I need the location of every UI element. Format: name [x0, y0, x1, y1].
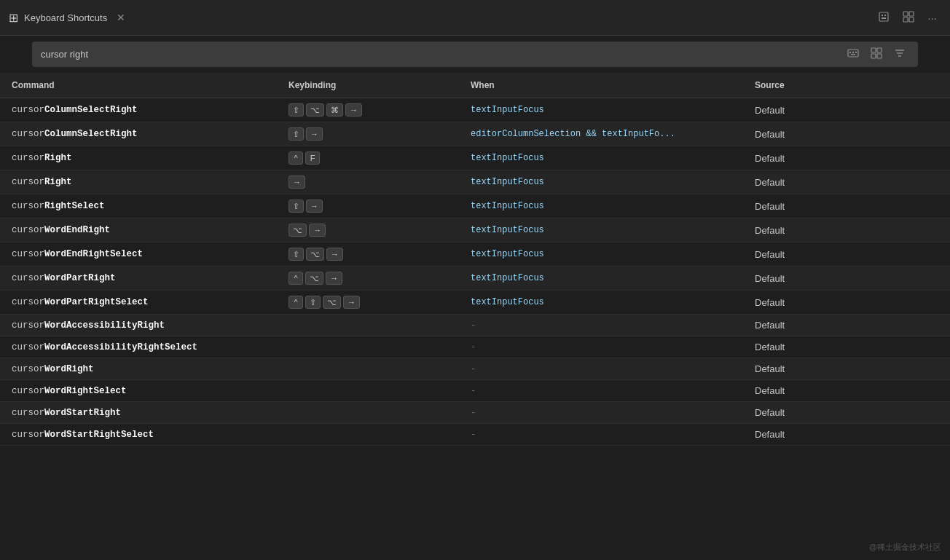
cell-command: cursorWordAccessibilityRight — [0, 315, 277, 336]
cell-source: Default — [743, 242, 950, 267]
cell-source: Default — [743, 267, 950, 291]
key-combination: ^⇧⌥→ — [288, 296, 447, 309]
titlebar-actions: ··· — [874, 8, 941, 28]
cell-source: Default — [743, 146, 950, 170]
cell-command: cursorWordStartRightSelect — [0, 424, 277, 446]
more-actions-button[interactable]: ··· — [923, 9, 941, 27]
titlebar-left: ⊞ Keyboard Shortcuts ✕ — [9, 10, 129, 25]
cell-source: Default — [743, 315, 950, 336]
cell-command: cursorWordPartRight — [0, 267, 277, 291]
cell-keybinding: ^F — [277, 146, 459, 170]
table-row[interactable]: cursorColumnSelectRight⇧→editorColumnSel… — [0, 122, 950, 146]
key-combination: ⇧⌥→ — [288, 248, 447, 261]
cell-source: Default — [743, 122, 950, 146]
cell-when: - — [459, 402, 743, 424]
key-badge: ^ — [288, 296, 303, 309]
cell-source: Default — [743, 291, 950, 315]
table-row[interactable]: cursorWordRightSelect-Default — [0, 380, 950, 402]
search-actions — [844, 46, 909, 63]
svg-rect-0 — [879, 12, 888, 21]
table-header: Command Keybinding When Source — [0, 73, 950, 98]
cell-source: Default — [743, 380, 950, 402]
svg-rect-2 — [909, 12, 914, 16]
watermark: @稀土掘金技术社区 — [869, 542, 941, 553]
table-row[interactable]: cursorWordStartRightSelect-Default — [0, 424, 950, 446]
cell-source: Default — [743, 194, 950, 218]
cell-source: Default — [743, 336, 950, 358]
svg-rect-3 — [903, 17, 908, 22]
cell-keybinding: ^⇧⌥→ — [277, 291, 459, 315]
key-combination: → — [288, 176, 447, 189]
cell-keybinding: → — [277, 170, 459, 194]
table-row[interactable]: cursorWordStartRight-Default — [0, 402, 950, 424]
search-input[interactable] — [41, 49, 838, 60]
cell-when: - — [459, 336, 743, 358]
cell-when: - — [459, 358, 743, 380]
svg-rect-4 — [909, 17, 914, 22]
key-badge: ⇧ — [288, 127, 304, 141]
key-combination: ⌥→ — [288, 224, 447, 237]
cell-when: textInputFocus — [459, 267, 743, 291]
cell-command: cursorWordPartRightSelect — [0, 291, 277, 315]
svg-rect-12 — [871, 54, 876, 58]
key-badge: → — [306, 127, 323, 141]
cell-when: textInputFocus — [459, 146, 743, 170]
cell-command: cursorWordRight — [0, 358, 277, 380]
filter-icon[interactable] — [890, 46, 909, 63]
key-badge: → — [326, 248, 343, 261]
key-combination: ⇧→ — [288, 200, 447, 213]
cell-when: - — [459, 315, 743, 336]
cell-keybinding: ⌥→ — [277, 218, 459, 242]
close-button[interactable]: ✕ — [113, 10, 129, 25]
key-combination: ⇧→ — [288, 127, 447, 141]
layout-button[interactable] — [898, 8, 919, 28]
record-button[interactable] — [874, 8, 894, 28]
cell-keybinding — [277, 336, 459, 358]
cell-source: Default — [743, 218, 950, 242]
cell-command: cursorWordAccessibilityRightSelect — [0, 336, 277, 358]
keybindings-table: Command Keybinding When Source cursorCol… — [0, 73, 950, 446]
table-row[interactable]: cursorWordRight-Default — [0, 358, 950, 380]
cell-when: textInputFocus — [459, 218, 743, 242]
titlebar: ⊞ Keyboard Shortcuts ✕ ··· — [0, 0, 950, 36]
table-row[interactable]: cursorRightSelect⇧→textInputFocusDefault — [0, 194, 950, 218]
cell-when: textInputFocus — [459, 170, 743, 194]
svg-rect-6 — [849, 52, 851, 53]
cell-command: cursorWordStartRight — [0, 402, 277, 424]
key-badge: ⌥ — [288, 224, 307, 237]
cell-command: cursorRight — [0, 170, 277, 194]
keybindings-table-container: Command Keybinding When Source cursorCol… — [0, 73, 950, 559]
table-row[interactable]: cursorColumnSelectRight⇧⌥⌘→textInputFocu… — [0, 98, 950, 122]
cell-when: textInputFocus — [459, 194, 743, 218]
cell-keybinding — [277, 315, 459, 336]
svg-rect-10 — [871, 48, 876, 52]
cell-source: Default — [743, 170, 950, 194]
cell-when: textInputFocus — [459, 242, 743, 267]
key-combination: ^⌥→ — [288, 272, 447, 285]
key-badge: ^ — [288, 151, 303, 165]
sort-icon[interactable] — [867, 46, 886, 63]
table-row[interactable]: cursorWordPartRight^⌥→textInputFocusDefa… — [0, 267, 950, 291]
column-header-command: Command — [0, 73, 277, 98]
table-row[interactable]: cursorWordEndRight⌥→textInputFocusDefaul… — [0, 218, 950, 242]
table-row[interactable]: cursorWordAccessibilityRightSelect-Defau… — [0, 336, 950, 358]
cell-command: cursorWordRightSelect — [0, 380, 277, 402]
svg-rect-8 — [855, 52, 857, 53]
keyboard-shortcuts-icon[interactable] — [844, 46, 863, 63]
key-badge: ⇧ — [305, 296, 321, 309]
cell-source: Default — [743, 98, 950, 122]
cell-when: textInputFocus — [459, 291, 743, 315]
table-row[interactable]: cursorWordAccessibilityRight-Default — [0, 315, 950, 336]
cell-keybinding — [277, 424, 459, 446]
table-row[interactable]: cursorRight→textInputFocusDefault — [0, 170, 950, 194]
key-badge: ⌥ — [305, 272, 323, 285]
cell-keybinding: ⇧⌥→ — [277, 242, 459, 267]
table-row[interactable]: cursorRight^FtextInputFocusDefault — [0, 146, 950, 170]
svg-rect-13 — [877, 54, 882, 58]
keyboard-icon: ⊞ — [9, 11, 18, 25]
table-row[interactable]: cursorWordEndRightSelect⇧⌥→textInputFocu… — [0, 242, 950, 267]
key-badge: F — [305, 151, 320, 165]
key-badge: → — [288, 176, 305, 189]
table-row[interactable]: cursorWordPartRightSelect^⇧⌥→textInputFo… — [0, 291, 950, 315]
svg-rect-1 — [903, 12, 908, 16]
